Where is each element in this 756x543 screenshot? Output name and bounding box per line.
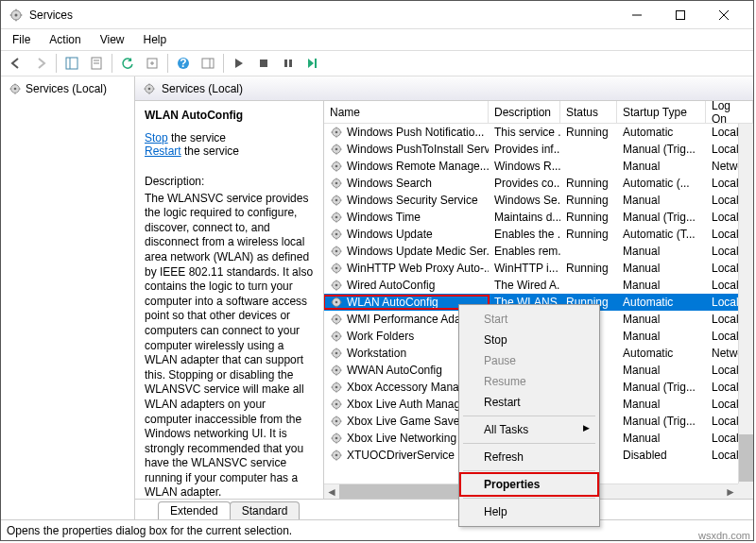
menu-item-start: Start: [461, 309, 597, 330]
menu-item-stop[interactable]: Stop: [461, 330, 597, 350]
menu-item-all-tasks[interactable]: All Tasks▶: [461, 419, 597, 440]
console-tree[interactable]: Services (Local): [1, 76, 135, 519]
service-name: Xbox Accessory Mana: [347, 381, 459, 394]
service-startup-type: Manual: [617, 330, 706, 343]
service-startup-type: Manual: [617, 245, 706, 258]
tab-standard[interactable]: Standard: [230, 501, 301, 519]
service-description: Windows Se...: [489, 194, 560, 207]
svg-rect-19: [315, 59, 317, 68]
forward-button[interactable]: [29, 52, 52, 75]
list-header[interactable]: Name Description Status Startup Type Log…: [324, 101, 753, 124]
service-row[interactable]: Windows Remote Manage...Windows R...Manu…: [324, 158, 753, 175]
gear-icon: [330, 364, 343, 377]
start-service-button[interactable]: [228, 52, 250, 75]
service-description: WinHTTP i...: [489, 262, 560, 275]
help-button[interactable]: ?: [172, 52, 195, 75]
service-startup-type: Manual (Trig...: [617, 211, 706, 224]
gear-icon: [330, 126, 343, 139]
service-name: WMI Performance Ada: [347, 313, 461, 326]
gear-icon: [9, 82, 22, 95]
svg-rect-6: [66, 58, 77, 69]
stop-service-button[interactable]: [252, 52, 275, 75]
service-startup-type: Automatic: [617, 296, 706, 309]
restart-link[interactable]: Restart: [145, 144, 181, 158]
service-row[interactable]: Wired AutoConfigThe Wired A...ManualLoca…: [324, 277, 753, 294]
svg-rect-18: [289, 59, 292, 67]
service-startup-type: Manual: [617, 432, 706, 445]
menu-view[interactable]: View: [93, 31, 132, 48]
service-description: Provides inf...: [489, 143, 560, 156]
menu-action[interactable]: Action: [42, 31, 88, 48]
menu-separator: [463, 470, 595, 471]
export-button[interactable]: [141, 52, 163, 75]
menu-item-refresh[interactable]: Refresh: [461, 447, 597, 467]
menu-item-help[interactable]: Help: [461, 501, 597, 522]
gear-icon: [330, 194, 343, 207]
col-description[interactable]: Description: [489, 101, 560, 123]
menu-separator: [463, 443, 595, 444]
service-row[interactable]: WinHTTP Web Proxy Auto-...WinHTTP i...Ru…: [324, 260, 753, 277]
service-name: Wired AutoConfig: [347, 279, 435, 292]
service-description: Enables the ...: [489, 228, 560, 241]
menu-file[interactable]: File: [5, 31, 38, 48]
service-status: Running: [560, 177, 617, 190]
col-status[interactable]: Status: [560, 101, 617, 123]
service-row[interactable]: Windows PushToInstall Serv...Provides in…: [324, 141, 753, 158]
window-title: Services: [29, 8, 615, 22]
tab-extended[interactable]: Extended: [158, 501, 231, 519]
service-name: Windows Security Service: [347, 194, 478, 207]
menu-item-restart[interactable]: Restart: [461, 392, 597, 413]
service-description: Enables rem...: [489, 245, 560, 258]
pause-service-button[interactable]: [277, 52, 300, 75]
restart-service-button[interactable]: [301, 52, 324, 75]
menu-separator: [463, 416, 595, 416]
service-name: Windows Remote Manage...: [347, 160, 489, 173]
show-hide-tree-button[interactable]: [60, 52, 83, 75]
action-pane-button[interactable]: [197, 52, 219, 75]
vertical-scrollbar[interactable]: [738, 124, 753, 484]
gear-icon: [330, 245, 343, 258]
service-name: Windows Search: [347, 177, 432, 190]
maximize-button[interactable]: [659, 1, 702, 29]
col-startup-type[interactable]: Startup Type: [617, 101, 706, 123]
back-button[interactable]: [5, 52, 27, 75]
service-row[interactable]: Windows Update Medic Ser...Enables rem..…: [324, 243, 753, 260]
service-row[interactable]: Windows Security ServiceWindows Se...Run…: [324, 192, 753, 209]
service-name: Windows Update: [347, 228, 433, 241]
detail-description-text: The WLANSVC service provides the logic r…: [145, 192, 314, 499]
menu-help[interactable]: Help: [136, 31, 175, 48]
refresh-button[interactable]: [116, 52, 139, 75]
menu-item-resume: Resume: [461, 371, 597, 392]
stop-link[interactable]: Stop: [145, 131, 168, 144]
service-description: The Wired A...: [489, 279, 560, 292]
close-button[interactable]: [702, 1, 746, 29]
gear-icon: [330, 177, 343, 190]
tree-root-services-local[interactable]: Services (Local): [5, 80, 130, 97]
minimize-button[interactable]: [615, 1, 659, 29]
service-name: Xbox Live Networking: [347, 432, 456, 445]
menu-item-properties[interactable]: Properties: [461, 474, 597, 495]
service-startup-type: Manual: [617, 160, 706, 173]
properties-button[interactable]: [85, 52, 108, 75]
col-log-on[interactable]: Log On: [706, 101, 753, 123]
detail-title: WLAN AutoConfig: [145, 109, 314, 122]
gear-icon: [330, 228, 343, 241]
service-startup-type: Manual: [617, 398, 706, 411]
service-row[interactable]: Windows TimeMaintains d...RunningManual …: [324, 209, 753, 226]
service-row[interactable]: Windows UpdateEnables the ...RunningAuto…: [324, 226, 753, 243]
titlebar: Services: [1, 1, 753, 29]
panel-header: Services (Local): [135, 76, 753, 101]
svg-rect-14: [202, 59, 214, 68]
svg-rect-3: [677, 10, 685, 19]
service-status: Running: [560, 228, 617, 241]
service-row[interactable]: Windows Push Notificatio...This service …: [324, 124, 753, 141]
service-name: Windows Time: [347, 211, 421, 224]
service-status: Running: [560, 262, 617, 275]
stop-link-suffix: the service: [168, 131, 226, 144]
service-row[interactable]: Windows SearchProvides co...RunningAutom…: [324, 175, 753, 192]
col-name[interactable]: Name: [324, 101, 489, 123]
status-bar: Opens the properties dialog box for the …: [1, 519, 753, 540]
tabs: Extended Standard: [135, 499, 753, 519]
service-startup-type: Automatic (...: [617, 177, 706, 190]
gear-icon: [330, 279, 343, 292]
